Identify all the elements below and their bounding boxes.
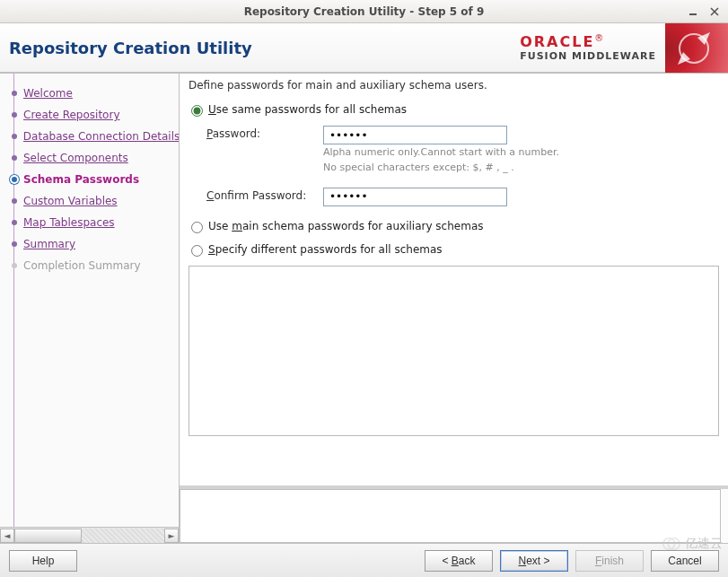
window-title: Repository Creation Utility - Step 5 of … bbox=[244, 5, 485, 18]
scroll-right-arrow[interactable]: ► bbox=[164, 529, 179, 543]
step-welcome[interactable]: Welcome bbox=[5, 83, 179, 104]
step-select-components[interactable]: Select Components bbox=[5, 147, 179, 169]
footer: Help < Back Next > Finish Cancel bbox=[0, 543, 728, 577]
messages-panel[interactable] bbox=[180, 489, 721, 543]
step-list: Welcome Create Repository Database Conne… bbox=[0, 74, 179, 527]
cancel-button[interactable]: Cancel bbox=[651, 550, 719, 572]
radio-main-schema-passwords[interactable]: Use main schema passwords for auxiliary … bbox=[187, 219, 721, 233]
step-label: Completion Summary bbox=[23, 259, 141, 272]
sidebar: Welcome Create Repository Database Conne… bbox=[0, 74, 180, 543]
wizard-body: Welcome Create Repository Database Conne… bbox=[0, 73, 728, 543]
radio-same-passwords[interactable]: Use same passwords for all schemas bbox=[187, 102, 721, 117]
step-map-tablespaces[interactable]: Map Tablespaces bbox=[5, 212, 179, 233]
main-panel: Define passwords for main and auxiliary … bbox=[180, 74, 728, 543]
step-db-connection-details[interactable]: Database Connection Details bbox=[5, 126, 179, 147]
finish-button: Finish bbox=[575, 550, 644, 572]
step-label: Schema Passwords bbox=[23, 173, 139, 186]
step-label: Summary bbox=[23, 238, 75, 250]
radio-specify-different-passwords[interactable]: Specify different passwords for all sche… bbox=[187, 242, 721, 257]
back-button[interactable]: < Back bbox=[425, 550, 493, 572]
scroll-track[interactable] bbox=[14, 529, 164, 543]
step-custom-variables[interactable]: Custom Variables bbox=[5, 190, 179, 212]
brand-area: ORACLE® FUSION MIDDLEWARE bbox=[520, 23, 728, 72]
confirm-password-label: Confirm Password: bbox=[206, 188, 323, 202]
instruction-text: Define passwords for main and auxiliary … bbox=[189, 79, 721, 92]
confirm-password-input[interactable] bbox=[323, 188, 507, 206]
radio-diff-input[interactable] bbox=[191, 245, 203, 257]
step-label: Select Components bbox=[23, 152, 128, 164]
radio-label: Use same passwords for all schemas bbox=[208, 103, 407, 116]
banner: Repository Creation Utility ORACLE® FUSI… bbox=[0, 23, 728, 73]
scroll-thumb[interactable] bbox=[14, 529, 82, 543]
password-row: Password: Alpha numeric only.Cannot star… bbox=[206, 126, 721, 175]
brand-name: ORACLE bbox=[520, 33, 594, 50]
help-button[interactable]: Help bbox=[9, 550, 77, 572]
radio-main-input[interactable] bbox=[191, 222, 203, 233]
radio-same-input[interactable] bbox=[191, 105, 203, 117]
next-button[interactable]: Next > bbox=[500, 550, 568, 572]
step-completion-summary: Completion Summary bbox=[5, 255, 179, 276]
banner-title: Repository Creation Utility bbox=[9, 39, 252, 57]
step-summary[interactable]: Summary bbox=[5, 233, 179, 255]
scroll-left-arrow[interactable]: ◄ bbox=[0, 529, 14, 543]
password-hint-2: No special characters except: $, # , _ . bbox=[323, 162, 559, 175]
step-label: Map Tablespaces bbox=[23, 216, 115, 229]
step-create-repository[interactable]: Create Repository bbox=[5, 104, 179, 126]
step-label: Custom Variables bbox=[23, 195, 118, 207]
window-controls bbox=[687, 0, 721, 22]
close-button[interactable] bbox=[708, 5, 721, 18]
step-label: Create Repository bbox=[23, 109, 120, 121]
brand-graphic bbox=[665, 23, 728, 73]
confirm-password-row: Confirm Password: bbox=[206, 188, 721, 206]
step-label: Welcome bbox=[23, 87, 73, 100]
minimize-button[interactable] bbox=[687, 5, 699, 18]
sidebar-horizontal-scrollbar[interactable]: ◄ ► bbox=[0, 527, 179, 543]
schema-password-table bbox=[189, 266, 719, 436]
title-bar: Repository Creation Utility - Step 5 of … bbox=[0, 0, 728, 23]
brand-subtitle: FUSION MIDDLEWARE bbox=[520, 50, 656, 62]
window: Repository Creation Utility - Step 5 of … bbox=[0, 0, 728, 577]
radio-label: Specify different passwords for all sche… bbox=[208, 243, 443, 256]
password-label: Password: bbox=[206, 126, 323, 140]
step-label: Database Connection Details bbox=[23, 130, 179, 143]
password-input[interactable] bbox=[323, 126, 507, 144]
radio-label: Use main schema passwords for auxiliary … bbox=[208, 220, 484, 232]
step-schema-passwords[interactable]: Schema Passwords bbox=[5, 169, 179, 190]
password-hint-1: Alpha numeric only.Cannot start with a n… bbox=[323, 146, 559, 160]
